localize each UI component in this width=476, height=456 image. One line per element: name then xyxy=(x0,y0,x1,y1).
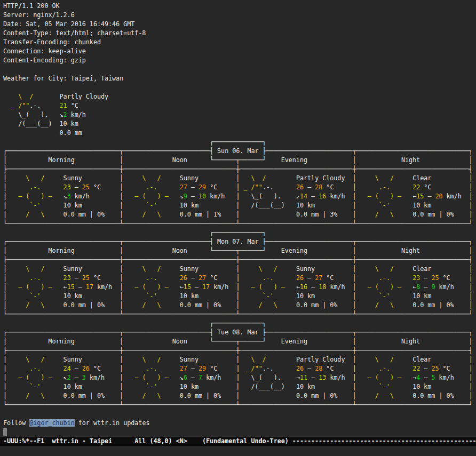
forecast-cell-row: │ / \ 0.0 mm | 0% │ / \ 0.0 mm | 1% │ 0.… xyxy=(3,210,476,219)
current-weather-row: _ /"".-. 21 °C xyxy=(3,101,476,110)
forecast-date-box-top: ┌─────────────┐ xyxy=(3,138,476,147)
emacs-modeline: -UUU:%*--F1 wttr.in - Taipei All (48,0) … xyxy=(0,437,476,446)
forecast-cell-row: │ – ( ) – ↖2 – 3 km/h │ – ( ) – ↘6 – 7 k… xyxy=(3,373,476,382)
forecast-table-bottom-border: └──────────────────────────────┴────────… xyxy=(3,310,476,319)
forecast-table-bottom-border: └──────────────────────────────┴────────… xyxy=(3,401,476,410)
current-weather-row: \_( ). ↘2 km/h xyxy=(3,110,476,119)
forecast-cell-row: │ \ / Sunny │ \ / Sunny │ \ / Partly Clo… xyxy=(3,174,476,183)
http-header-line: HTTP/1.1 200 OK xyxy=(3,2,476,11)
modeline-text: -UUU:%*--F1 wttr.in - Taipei All (48,0) … xyxy=(3,437,292,445)
modeline-dashes: ----------------------------------------… xyxy=(292,437,476,445)
forecast-cell-row: │ – ( ) – ←15 – 17 km/h │ – ( ) – ←15 – … xyxy=(3,283,476,292)
http-header-line: Connection: keep-alive xyxy=(3,47,476,56)
forecast-column-headers: │ Morning │ Noon └──────┬──────┘ Evening… xyxy=(3,337,476,346)
forecast-cell-row: │ .-. 23 – 25 °C │ .-. 27 – 29 °C │ _ /"… xyxy=(3,183,476,192)
blank-line xyxy=(3,83,476,92)
forecast-table-separator: ├──────────────────────────────┼────────… xyxy=(3,255,476,265)
http-header-line: Transfer-Encoding: chunked xyxy=(3,38,476,47)
http-header-line: Date: Sat, 05 Mar 2016 16:49:46 GMT xyxy=(3,20,476,29)
forecast-cell-row: │ – ( ) – ↘3 km/h │ – ( ) – ↘9 – 10 km/h… xyxy=(3,192,476,201)
http-header-line: Content-Type: text/html; charset=utf-8 xyxy=(3,29,476,38)
forecast-table-top-border: ┌──────────────────────────────┬────────… xyxy=(3,328,476,337)
forecast-table-separator: ├──────────────────────────────┼────────… xyxy=(3,165,476,174)
forecast-table-bottom-border: └──────────────────────────────┴────────… xyxy=(3,219,476,228)
twitter-handle-mention[interactable]: @igor_chubin xyxy=(29,419,74,427)
forecast-column-headers: │ Morning │ Noon └──────┬──────┘ Evening… xyxy=(3,246,476,255)
blank-line xyxy=(3,65,476,74)
terminal-cursor[interactable] xyxy=(3,428,7,436)
forecast-cell-row: │ / \ 0.0 mm | 0% │ / \ 0.0 mm | 0% │ / … xyxy=(3,301,476,310)
terminal-buffer: HTTP/1.1 200 OKServer: nginx/1.2.6Date: … xyxy=(3,2,476,437)
forecast-cell-row: │ `-' 10 km │ `-' 10 km │ `-' 10 km │ `-… xyxy=(3,292,476,301)
http-header-line: Content-Encoding: gzip xyxy=(3,56,476,65)
minibuffer xyxy=(3,446,476,455)
forecast-cell-row: │ .-. 23 – 25 °C │ .-. 26 – 27 °C │ .-. … xyxy=(3,274,476,283)
forecast-column-headers: │ Morning │ Noon └──────┬──────┘ Evening… xyxy=(3,156,476,165)
forecast-cell-row: │ \ / Sunny │ \ / Sunny │ \ / Partly Clo… xyxy=(3,355,476,364)
current-weather-row: 0.0 mm xyxy=(3,129,476,138)
current-weather-row: \ / Partly Cloudy xyxy=(3,92,476,101)
cursor-line xyxy=(3,428,476,437)
forecast-date-box-top: ┌─────────────┐ xyxy=(3,228,476,237)
location-line: Weather for City: Taipei, Taiwan xyxy=(3,74,476,83)
forecast-cell-row: │ / \ 0.0 mm | 0% │ / \ 0.0 mm | 0% │ 0.… xyxy=(3,391,476,401)
forecast-cell-row: │ .-. 24 – 26 °C │ .-. 27 – 29 °C │ _ /"… xyxy=(3,364,476,373)
current-weather-row: /(___(__) 10 km xyxy=(3,119,476,129)
follow-line: Follow @igor_chubin for wttr.in updates xyxy=(3,419,476,428)
forecast-date-box-top: ┌─────────────┐ xyxy=(3,319,476,328)
forecast-cell-row: │ \ / Sunny │ \ / Sunny │ \ / Sunny │ \ … xyxy=(3,265,476,274)
forecast-table-top-border: ┌──────────────────────────────┬────────… xyxy=(3,237,476,246)
blank-line xyxy=(3,410,476,419)
terminal: HTTP/1.1 200 OKServer: nginx/1.2.6Date: … xyxy=(0,0,476,456)
forecast-table-separator: ├──────────────────────────────┼────────… xyxy=(3,346,476,355)
forecast-cell-row: │ `-' 10 km │ `-' 10 km │ /(___(__) 10 k… xyxy=(3,201,476,210)
forecast-table-top-border: ┌──────────────────────────────┬────────… xyxy=(3,147,476,156)
forecast-cell-row: │ `-' 10 km │ `-' 10 km │ /(___(__) 10 k… xyxy=(3,382,476,391)
follow-suffix: for wttr.in updates xyxy=(75,419,150,427)
http-header-line: Server: nginx/1.2.6 xyxy=(3,11,476,20)
